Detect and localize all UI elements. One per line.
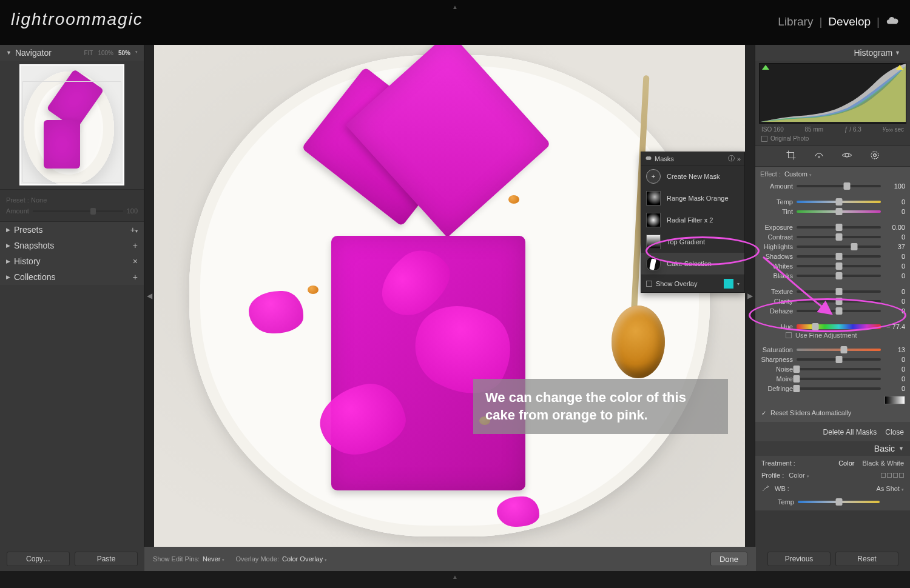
tint-slider[interactable]	[797, 210, 881, 213]
reset-auto-checkbox[interactable]: ✓	[760, 410, 767, 416]
whites-value[interactable]: 0	[885, 262, 905, 270]
mask-tool-icon[interactable]	[869, 150, 880, 162]
basic-header[interactable]: Basic▼	[755, 441, 910, 456]
hue-slider[interactable]	[797, 324, 881, 329]
image-canvas[interactable]: We can change the color of this cake fro…	[154, 45, 745, 547]
temp-value[interactable]: 0	[885, 198, 905, 205]
treatment-bw[interactable]: Black & White	[863, 459, 904, 467]
moire-slider[interactable]	[797, 378, 881, 380]
mask-item-cake[interactable]: Cake Selection	[641, 253, 744, 275]
snapshots-header[interactable]: ▶Snapshots+	[0, 238, 144, 253]
amount-slider[interactable]	[797, 185, 881, 187]
dehaze-slider[interactable]	[797, 310, 881, 312]
clarity-value[interactable]: 0	[885, 298, 905, 305]
noise-slider[interactable]	[797, 368, 881, 370]
masks-help-icon[interactable]: ⓘ	[728, 154, 735, 163]
navigator-header[interactable]: ▼ Navigator FIT 100% 50% ▾	[0, 45, 144, 61]
top-panel-caret[interactable]: ▲	[452, 4, 458, 10]
cloud-sync-icon[interactable]	[886, 14, 899, 30]
histogram-header[interactable]: Histogram ▼	[755, 45, 910, 61]
copy-button[interactable]: Copy…	[7, 552, 70, 566]
overlay-mode-menu[interactable]: Color Overlay ▾	[282, 555, 327, 563]
overlay-menu-icon[interactable]: ▾	[737, 281, 740, 287]
redeye-tool-icon[interactable]	[841, 150, 852, 162]
blacks-value[interactable]: 0	[885, 272, 905, 279]
clipping-highlights-icon[interactable]	[896, 65, 903, 70]
defringe-slider[interactable]	[797, 387, 881, 390]
show-overlay-checkbox[interactable]	[646, 281, 652, 287]
create-new-mask[interactable]: + Create New Mask	[641, 165, 744, 187]
left-rail-toggle[interactable]: ◀	[144, 45, 154, 547]
wb-dropper-icon[interactable]	[761, 484, 770, 493]
exposure-slider[interactable]	[797, 226, 881, 229]
mask-item-gradient[interactable]: Top Gradient	[641, 231, 744, 253]
history-header[interactable]: ▶History×	[0, 253, 144, 269]
delete-all-masks[interactable]: Delete All Masks	[823, 428, 877, 436]
exposure-value[interactable]: 0.00	[885, 224, 905, 231]
highlights-slider[interactable]	[797, 246, 881, 248]
zoom-100[interactable]: 100%	[98, 50, 113, 56]
moire-value[interactable]: 0	[885, 375, 905, 383]
zoom-50[interactable]: 50%	[118, 50, 130, 56]
paste-button[interactable]: Paste	[75, 552, 138, 566]
profile-menu[interactable]: Color ▾	[789, 472, 809, 479]
defringe-value[interactable]: 0	[885, 385, 905, 392]
add-icon[interactable]: +▾	[130, 225, 138, 235]
masks-collapse-icon[interactable]: »	[737, 155, 741, 162]
right-rail-toggle[interactable]: ▶	[745, 45, 755, 547]
left-panel: ▼ Navigator FIT 100% 50% ▾ Preset : None…	[0, 45, 144, 547]
wb-preset-menu[interactable]: As Shot ▾	[876, 485, 904, 492]
reset-button[interactable]: Reset	[835, 552, 898, 566]
fine-adjust-checkbox[interactable]	[786, 332, 792, 338]
zoom-menu-icon[interactable]: ▾	[135, 50, 138, 56]
module-library[interactable]: Library	[778, 15, 813, 28]
presets-header[interactable]: ▶Presets+▾	[0, 222, 144, 238]
texture-slider[interactable]	[797, 290, 881, 293]
noise-value[interactable]: 0	[885, 366, 905, 373]
clarity-slider[interactable]	[797, 300, 881, 302]
bw-swatch-icon[interactable]	[885, 396, 905, 404]
blacks-slider[interactable]	[797, 275, 881, 277]
mask-item-radial[interactable]: Radial Filter x 2	[641, 209, 744, 231]
mask-item-range[interactable]: Range Mask Orange	[641, 187, 744, 209]
tint-value[interactable]: 0	[885, 208, 905, 215]
treatment-color[interactable]: Color	[838, 459, 854, 467]
heal-tool-icon[interactable]	[814, 150, 824, 162]
texture-value[interactable]: 0	[885, 288, 905, 295]
close-masks[interactable]: Close	[885, 428, 904, 436]
navigator-thumbnail[interactable]	[19, 64, 124, 185]
done-button[interactable]: Done	[710, 552, 747, 566]
module-develop[interactable]: Develop	[828, 15, 871, 28]
histogram-graph[interactable]	[759, 63, 906, 124]
saturation-value[interactable]: 13	[885, 346, 905, 353]
preset-amount-slider[interactable]	[33, 210, 123, 212]
original-photo-checkbox[interactable]	[761, 136, 767, 142]
sharpness-slider[interactable]	[797, 358, 881, 361]
sharpness-value[interactable]: 0	[885, 356, 905, 363]
crop-tool-icon[interactable]	[786, 150, 797, 162]
previous-button[interactable]: Previous	[767, 552, 831, 566]
overlay-color-chip[interactable]	[724, 279, 733, 289]
clipping-shadows-icon[interactable]	[762, 65, 769, 70]
zoom-fit[interactable]: FIT	[84, 50, 93, 56]
chevron-down-icon: ▼	[898, 446, 904, 452]
contrast-slider[interactable]	[797, 236, 881, 238]
show-pins-menu[interactable]: Never ▾	[203, 555, 224, 563]
basic-temp-slider[interactable]	[798, 501, 880, 503]
dehaze-value[interactable]: 0	[885, 307, 905, 315]
effect-preset-menu[interactable]: Custom ▾	[784, 170, 812, 178]
highlights-value[interactable]: 37	[885, 243, 905, 250]
svg-point-1	[648, 156, 652, 160]
profile-browser-icon[interactable]	[881, 473, 904, 478]
masks-panel[interactable]: Masks ⓘ » + Create New Mask Range Mask O…	[641, 152, 745, 293]
collections-header[interactable]: ▶Collections+	[0, 269, 144, 285]
shadows-value[interactable]: 0	[885, 253, 905, 260]
filmstrip-toggle[interactable]: ▲	[0, 571, 910, 588]
whites-slider[interactable]	[797, 265, 881, 267]
saturation-slider[interactable]	[797, 349, 881, 351]
amount-value[interactable]: 100	[885, 182, 905, 190]
contrast-value[interactable]: 0	[885, 233, 905, 241]
hue-value[interactable]: − 77.4	[885, 323, 905, 330]
temp-slider[interactable]	[797, 201, 881, 203]
shadows-slider[interactable]	[797, 255, 881, 258]
